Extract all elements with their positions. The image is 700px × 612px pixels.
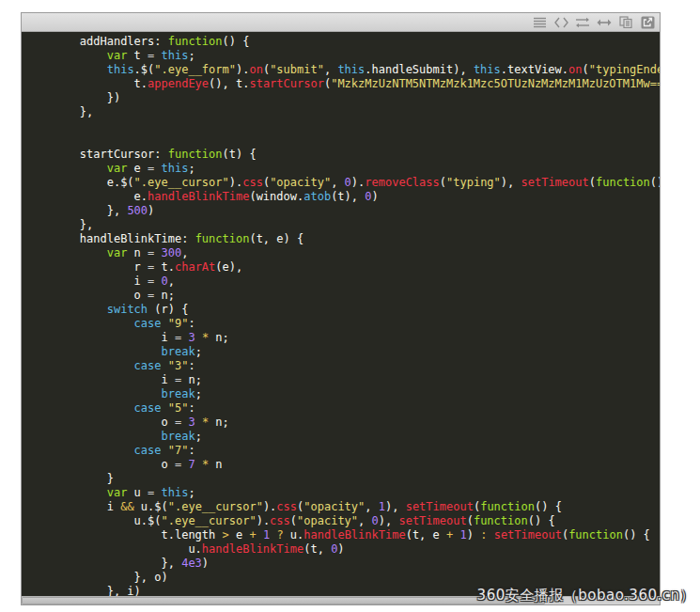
wrap-lines-icon[interactable] bbox=[575, 16, 590, 29]
code-line: o = 7 * n bbox=[25, 458, 660, 472]
code-line: case "3": bbox=[25, 359, 660, 373]
code-line: case "7": bbox=[25, 444, 660, 458]
code-line: i = 3 * n; bbox=[25, 331, 660, 345]
code-line: }, i) bbox=[25, 585, 660, 596]
horizontal-scrollbar[interactable] bbox=[22, 596, 660, 604]
code-line: case "9": bbox=[25, 317, 660, 331]
code-line: startCursor: function(t) { bbox=[25, 148, 660, 162]
code-line: o = n; bbox=[25, 289, 660, 303]
code-line bbox=[25, 119, 660, 133]
code-icon[interactable] bbox=[553, 16, 568, 29]
code-line: var e = this; bbox=[25, 162, 660, 176]
code-line: }, 4e3) bbox=[25, 557, 660, 571]
code-line: break; bbox=[25, 345, 660, 359]
code-line: this.$(".eye__form").on("submit", this.h… bbox=[25, 63, 660, 77]
code-line: case "5": bbox=[25, 401, 660, 416]
code-line: switch (r) { bbox=[25, 303, 660, 317]
code-editor[interactable]: addHandlers: function() { var t = this; … bbox=[22, 32, 660, 596]
code-lines: addHandlers: function() { var t = this; … bbox=[25, 35, 660, 596]
code-embed-widget: addHandlers: function() { var t = this; … bbox=[21, 12, 661, 605]
code-line: break; bbox=[25, 430, 660, 444]
expand-horizontal-icon[interactable] bbox=[597, 16, 612, 29]
code-line: i && u.$(".eye__cursor").css("opacity", … bbox=[25, 500, 660, 514]
code-line: i = 0, bbox=[25, 275, 660, 289]
code-line: }) bbox=[25, 91, 660, 105]
code-line: t.length > e + 1 ? u.handleBlinkTime(t, … bbox=[25, 528, 660, 542]
code-line: }, 500) bbox=[25, 204, 660, 218]
code-line: u.handleBlinkTime(t, 0) bbox=[25, 542, 660, 557]
code-line: e.handleBlinkTime(window.atob(t), 0) bbox=[25, 190, 660, 204]
code-line: i = n; bbox=[25, 373, 660, 387]
code-line: e.$(".eye__cursor").css("opacity", 0).re… bbox=[25, 176, 660, 190]
copy-icon[interactable] bbox=[618, 16, 633, 29]
code-line: var n = 300, bbox=[25, 246, 660, 260]
embed-toolbar bbox=[22, 13, 660, 32]
code-line: }, bbox=[25, 105, 660, 119]
code-line: addHandlers: function() { bbox=[25, 35, 660, 49]
code-line: }, bbox=[25, 218, 660, 232]
code-line: r = t.charAt(e), bbox=[25, 260, 660, 275]
horizontal-scrollbar-thumb[interactable] bbox=[22, 597, 545, 604]
code-line: } bbox=[25, 472, 660, 486]
code-line: t.appendEye(), t.startCursor("MzkzMzUzNT… bbox=[25, 77, 660, 91]
code-line: }, o) bbox=[25, 571, 660, 585]
menu-icon[interactable] bbox=[532, 16, 547, 29]
code-line bbox=[25, 133, 660, 148]
code-line: u.$(".eye__cursor").css("opacity", 0), s… bbox=[25, 514, 660, 528]
open-external-icon[interactable] bbox=[640, 16, 655, 29]
code-line: o = 3 * n; bbox=[25, 416, 660, 430]
code-line: handleBlinkTime: function(t, e) { bbox=[25, 232, 660, 246]
code-line: break; bbox=[25, 387, 660, 401]
code-line: var t = this; bbox=[25, 49, 660, 63]
code-line: var u = this; bbox=[25, 486, 660, 500]
